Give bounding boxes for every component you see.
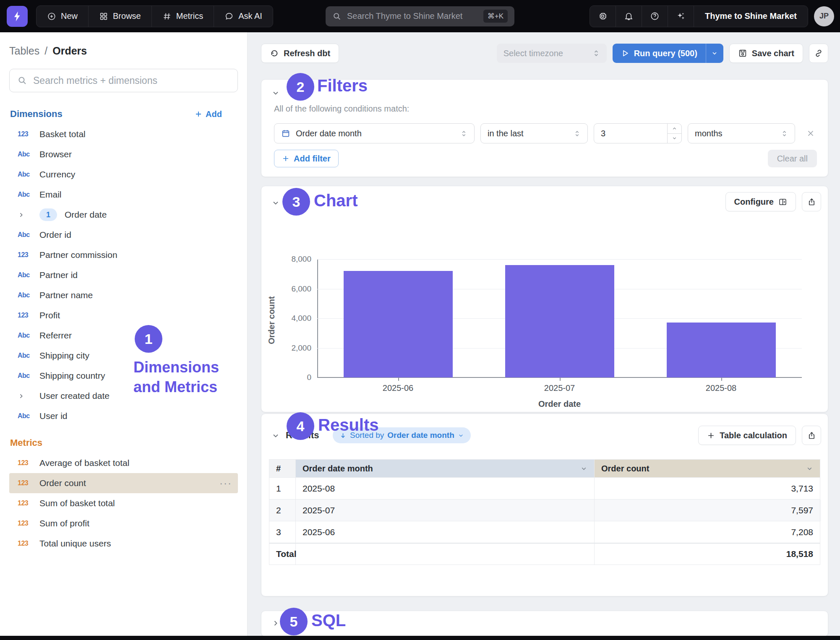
help-circle-icon: [650, 11, 660, 21]
sidebar-item-order-id[interactable]: AbcOrder id: [9, 225, 238, 245]
sidebar-item-sum-of-profit[interactable]: 123Sum of profit: [9, 513, 238, 533]
field-label: Order date: [65, 210, 107, 220]
run-query-button[interactable]: Run query (500): [613, 44, 706, 63]
refresh-dbt-button[interactable]: Refresh dbt: [261, 44, 339, 63]
chevron-down-icon[interactable]: [806, 465, 813, 472]
chevron-down-icon[interactable]: [580, 465, 587, 472]
notifications-button[interactable]: [616, 6, 642, 27]
expand-sql-chevron[interactable]: [271, 619, 280, 627]
filter-operator-value: in the last: [488, 129, 524, 138]
sidebar-item-email[interactable]: AbcEmail: [9, 185, 238, 205]
save-icon: [738, 49, 747, 58]
field-label: Sum of basket total: [39, 498, 115, 508]
workspace-name[interactable]: Thyme to Shine Market: [694, 11, 808, 21]
sidebar-item-user-id[interactable]: AbcUser id: [9, 406, 238, 426]
sidebar-item-basket-total[interactable]: 123Basket total: [9, 124, 238, 144]
configure-chart-button[interactable]: Configure: [725, 192, 796, 211]
user-avatar[interactable]: JP: [814, 6, 834, 26]
nav-item-metrics[interactable]: Metrics: [152, 6, 214, 27]
filter-operator-select[interactable]: in the last: [480, 123, 588, 143]
run-query-dropdown-button[interactable]: [706, 44, 723, 63]
bar-2025-08[interactable]: [667, 323, 776, 377]
sidebar-item-average-of-basket-total[interactable]: 123Average of basket total: [9, 453, 238, 473]
table-total-row: Total18,518: [269, 543, 821, 565]
x-tick-label: 2025-06: [356, 383, 440, 393]
global-search-input[interactable]: Search Thyme to Shine Market ⌘+K: [326, 6, 514, 26]
number-type-icon: 123: [18, 251, 32, 259]
results-table: #Order date monthOrder count12025-083,71…: [269, 459, 821, 565]
sidebar-item-sum-of-basket-total[interactable]: 123Sum of basket total: [9, 493, 238, 513]
table-row[interactable]: 32025-067,208: [269, 521, 821, 543]
string-type-icon: Abc: [18, 231, 32, 239]
filter-rule-row: Order date month in the last 3: [274, 123, 815, 143]
filter-unit-select[interactable]: months: [688, 123, 795, 143]
metrics-section-header: Metrics: [9, 436, 238, 450]
sidebar-item-shipping-city[interactable]: AbcShipping city: [9, 346, 238, 366]
sidebar-item-referrer[interactable]: AbcReferrer: [9, 325, 238, 346]
sidebar-item-user-created-date[interactable]: User created date: [9, 386, 238, 406]
nav-item-ask-ai[interactable]: Ask AI: [214, 6, 273, 27]
filter-field-select[interactable]: Order date month: [274, 123, 475, 143]
string-type-icon: Abc: [18, 332, 32, 339]
column-header-label: Order count: [601, 464, 649, 473]
chevron-right-icon[interactable]: [18, 211, 32, 219]
number-type-icon: 123: [18, 459, 32, 467]
sidebar-item-total-unique-users[interactable]: 123Total unique users: [9, 533, 238, 554]
sidebar-item-currency[interactable]: AbcCurrency: [9, 164, 238, 185]
help-button[interactable]: [642, 6, 668, 27]
nav-item-new[interactable]: New: [37, 6, 89, 27]
collapse-chart-chevron[interactable]: [271, 199, 280, 207]
plus-icon: [707, 432, 715, 440]
collapse-results-chevron[interactable]: [271, 432, 280, 440]
sidebar-item-shipping-country[interactable]: AbcShipping country: [9, 366, 238, 386]
breadcrumb: Tables / Orders: [9, 45, 238, 57]
clear-all-filters-button[interactable]: Clear all: [768, 150, 817, 167]
sidebar-item-partner-id[interactable]: AbcPartner id: [9, 265, 238, 285]
field-options-menu-icon[interactable]: ···: [219, 477, 232, 489]
table-row[interactable]: 12025-083,713: [269, 478, 821, 500]
column-header-order-count[interactable]: Order count: [595, 459, 820, 478]
chevron-right-icon[interactable]: [18, 393, 32, 400]
table-calculation-button[interactable]: Table calculation: [698, 426, 796, 445]
sidebar-item-profit[interactable]: 123Profit: [9, 305, 238, 325]
bar-chart-plot: 02,0004,0006,0008,0002025-062025-072025-…: [317, 259, 802, 377]
app-logo[interactable]: [7, 6, 28, 27]
share-link-button[interactable]: [809, 44, 828, 63]
bar-2025-06[interactable]: [344, 271, 453, 377]
stepper-up-button[interactable]: [668, 124, 681, 134]
search-placeholder: Search metrics + dimensions: [33, 75, 157, 86]
ai-assistant-button[interactable]: [668, 6, 694, 27]
chevron-up-down-icon: [781, 130, 788, 137]
filter-value-input[interactable]: 3: [594, 123, 682, 143]
nav-item-browse[interactable]: Browse: [89, 6, 152, 27]
export-results-button[interactable]: [802, 426, 821, 445]
filter-field-value: Order date month: [296, 129, 362, 138]
stepper-down-button[interactable]: [668, 134, 681, 143]
settings-button[interactable]: [590, 6, 616, 27]
add-filter-button[interactable]: Add filter: [274, 150, 339, 167]
sidebar-item-partner-name[interactable]: AbcPartner name: [9, 285, 238, 305]
sidebar-item-order-date[interactable]: 1Order date: [9, 205, 238, 225]
bar-2025-07[interactable]: [505, 265, 614, 377]
table-row[interactable]: 22025-077,597: [269, 500, 821, 521]
add-dimension-button[interactable]: Add: [195, 109, 222, 119]
column-header-order-date-month[interactable]: Order date month: [296, 459, 595, 478]
play-icon: [621, 49, 629, 57]
save-chart-label: Save chart: [752, 49, 794, 58]
collapse-filters-chevron[interactable]: [271, 89, 280, 97]
export-chart-button[interactable]: [802, 192, 821, 211]
y-tick-label: 8,000: [291, 255, 311, 264]
row-index-cell: 2: [269, 500, 296, 521]
row-index-cell: 1: [269, 478, 296, 500]
save-chart-button[interactable]: Save chart: [729, 44, 803, 63]
sorted-by-pill[interactable]: Sorted by Order date month: [333, 427, 471, 443]
sidebar-item-partner-commission[interactable]: 123Partner commission: [9, 245, 238, 265]
remove-filter-button[interactable]: [806, 129, 815, 138]
sidebar-item-browser[interactable]: AbcBrowser: [9, 144, 238, 164]
search-shortcut-kbd: ⌘+K: [483, 10, 508, 23]
breadcrumb-tables-link[interactable]: Tables: [9, 45, 39, 57]
nav-item-label: Ask AI: [238, 11, 262, 21]
fields-search-input[interactable]: Search metrics + dimensions: [9, 69, 238, 92]
timezone-select[interactable]: Select timezone: [497, 44, 607, 63]
sidebar-item-order-count[interactable]: 123Order count···: [9, 473, 238, 493]
